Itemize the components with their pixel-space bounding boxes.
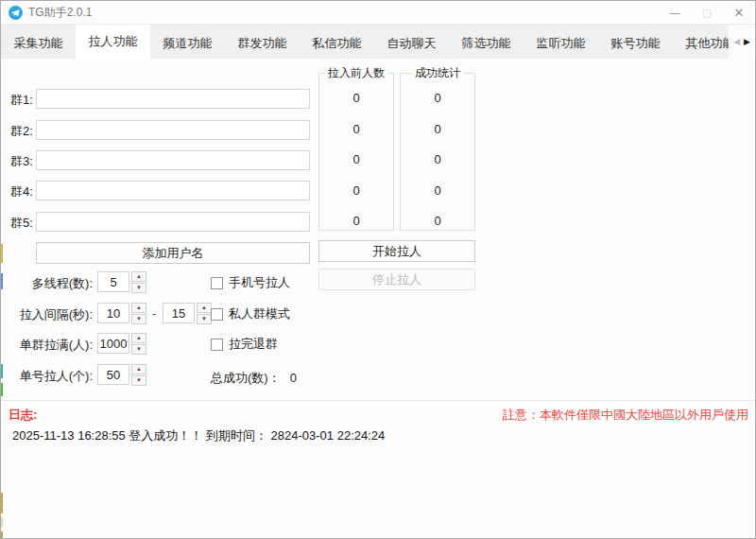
total-success-label: 总成功(数)： [211,371,281,385]
per-group-input[interactable] [97,333,129,354]
tab-mass-send[interactable]: 群发功能 [225,28,300,59]
interval-min-up-icon[interactable]: ▲ [131,303,146,313]
tab-strip: 采集功能 拉人功能 频道功能 群发功能 私信功能 自动聊天 筛选功能 监听功能 … [1,25,755,59]
threads-input[interactable] [97,271,129,292]
interval-min-stepper: ▲ ▼ [131,303,146,323]
group4-label: 群4: [10,183,33,200]
group1-input[interactable] [36,89,310,109]
pull-people-panel: 群1: 群2: 群3: 群4: 群5: 拉入前人数 0 0 0 0 0 成功统计… [1,59,755,539]
checkbox-phone-pull-label: 手机号拉人 [229,274,290,291]
group4-input[interactable] [36,181,310,200]
region-notice: 註意：本軟件僅限中國大陸地區以外用戶使用 [503,407,748,424]
maximize-button[interactable]: ▢ [691,1,723,24]
threads-up-icon[interactable]: ▲ [131,271,146,282]
desktop-edge-artifact [1,244,3,263]
tab-scroll-right-icon[interactable]: ▶ [742,37,752,46]
group5-label: 群5: [10,215,33,232]
group2-input[interactable] [36,120,310,140]
checkbox-leave-after-pull-label: 拉完退群 [229,336,278,353]
tab-channel[interactable]: 频道功能 [150,28,225,59]
log-label: 日志: [9,407,37,424]
add-username-button[interactable]: 添加用户名 [36,242,310,264]
stop-pull-button[interactable]: 停止拉人 [318,269,475,290]
group5-input[interactable] [36,212,310,232]
per-account-input[interactable] [97,364,129,385]
per-account-up-icon[interactable]: ▲ [131,364,146,374]
success-stat-value: 0 [401,122,474,136]
tab-auto-chat[interactable]: 自动聊天 [374,28,449,59]
tab-account[interactable]: 账号功能 [598,28,673,59]
pulled-before-value: 0 [319,122,393,136]
tab-filter[interactable]: 筛选功能 [449,28,524,59]
start-pull-button[interactable]: 开始拉人 [318,240,475,262]
tab-pull-people[interactable]: 拉人功能 [76,25,150,59]
app-window: TG助手2.0.1 — ▢ ✕ 采集功能 拉人功能 频道功能 群发功能 私信功能… [0,0,756,539]
tab-collect[interactable]: 采集功能 [1,28,76,59]
desktop-edge-artifact [1,517,3,527]
interval-max-stepper: ▲ ▼ [197,303,212,323]
group3-input[interactable] [36,150,310,170]
log-separator [1,400,756,401]
success-stat-value: 0 [401,183,474,198]
telegram-app-icon [9,6,23,20]
success-stats-title: 成功统计 [412,65,463,81]
desktop-edge-artifact [1,531,3,539]
window-title: TG助手2.0.1 [28,5,92,21]
per-group-down-icon[interactable]: ▼ [131,344,146,355]
group2-label: 群2: [10,123,33,140]
interval-max-up-icon[interactable]: ▲ [197,303,212,313]
interval-min-input[interactable] [97,303,129,323]
log-entry: 2025-11-13 16:28:55 登入成功！！ 到期时间： 2824-03… [12,427,385,444]
group1-label: 群1: [10,92,33,109]
threads-label: 多线程(数): [1,275,93,292]
interval-range-dash: - [152,306,156,321]
pulled-before-value: 0 [319,152,393,166]
minimize-button[interactable]: — [659,1,691,24]
desktop-edge-artifact [1,383,3,396]
threads-stepper: ▲ ▼ [131,271,146,292]
per-group-stepper: ▲ ▼ [131,333,146,354]
checkbox-leave-after-pull-box[interactable] [211,339,223,351]
per-account-label: 单号拉人(个): [1,368,93,385]
success-stat-value: 0 [401,91,474,105]
title-bar: TG助手2.0.1 — ▢ ✕ [1,1,755,25]
threads-down-icon[interactable]: ▼ [131,283,146,293]
interval-max-input[interactable] [163,303,195,323]
per-account-stepper: ▲ ▼ [131,364,146,385]
checkbox-leave-after-pull[interactable]: 拉完退群 [211,336,278,353]
tab-private-message[interactable]: 私信功能 [300,28,374,59]
pulled-before-value: 0 [319,91,393,105]
checkbox-private-group-mode-box[interactable] [211,308,223,321]
success-stat-value: 0 [401,152,474,166]
checkbox-private-group-mode-label: 私人群模式 [229,305,290,322]
desktop-edge-artifact [1,364,3,378]
total-success-row: 总成功(数)：0 [211,370,297,387]
per-group-label: 单群拉满(人): [1,337,93,354]
pulled-before-value: 0 [319,214,393,228]
desktop-edge-artifact [1,273,3,289]
pulled-before-groupbox: 拉入前人数 0 0 0 0 0 [318,73,394,231]
interval-min-down-icon[interactable]: ▼ [131,314,146,324]
per-group-up-icon[interactable]: ▲ [131,333,146,343]
interval-max-down-icon[interactable]: ▼ [197,314,212,324]
tab-monitor[interactable]: 监听功能 [524,28,598,59]
tab-scroll-left-icon[interactable]: ◀ [731,37,742,46]
checkbox-phone-pull[interactable]: 手机号拉人 [211,274,290,291]
total-success-value: 0 [290,371,297,385]
checkbox-private-group-mode[interactable]: 私人群模式 [211,305,290,322]
success-stats-groupbox: 成功统计 0 0 0 0 0 [400,73,475,231]
checkbox-phone-pull-box[interactable] [211,277,223,289]
pulled-before-title: 拉入前人数 [325,65,387,81]
interval-label: 拉入间隔(秒): [1,306,93,323]
pulled-before-value: 0 [319,183,393,198]
tab-scroll-arrows: ◀ ▶ [729,25,755,59]
group3-label: 群3: [10,153,33,170]
close-button[interactable]: ✕ [723,1,755,24]
success-stat-value: 0 [401,214,474,228]
desktop-edge-artifact [1,493,3,513]
per-account-down-icon[interactable]: ▼ [131,375,146,386]
